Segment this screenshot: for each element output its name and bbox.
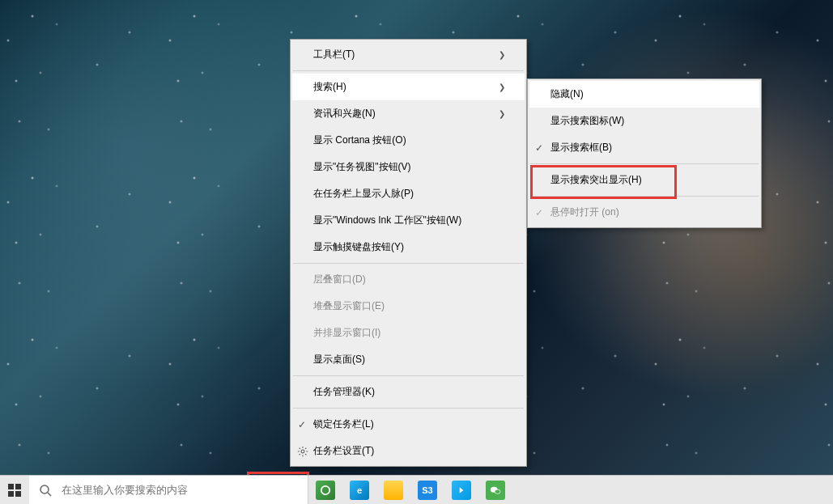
svg-point-0	[301, 450, 304, 453]
menu-side-by-side: 并排显示窗口(I)	[292, 320, 525, 346]
menu-taskbar-settings[interactable]: 任务栏设置(T)	[292, 438, 525, 464]
svg-rect-2	[15, 484, 21, 489]
menu-label: 显示搜索图标(W)	[550, 114, 740, 128]
submenu-hover-open: ✓ 悬停时打开 (on)	[529, 199, 759, 226]
folder-icon	[384, 481, 403, 500]
start-button[interactable]	[0, 476, 29, 504]
taskbar: e S3	[0, 475, 833, 504]
menu-separator	[530, 196, 759, 197]
menu-toolbars[interactable]: 工具栏(T) ❯	[292, 41, 525, 68]
menu-label: 显示"任务视图"按钮(V)	[313, 160, 505, 174]
submenu-show-search-box[interactable]: ✓ 显示搜索框(B)	[529, 134, 759, 161]
menu-label: 资讯和兴趣(N)	[313, 107, 499, 121]
search-input[interactable]	[62, 484, 298, 496]
menu-label: 显示搜索突出显示(H)	[550, 173, 740, 187]
menu-stack-windows: 堆叠显示窗口(E)	[292, 293, 525, 320]
menu-label: 任务栏设置(T)	[313, 444, 505, 458]
svg-line-6	[48, 493, 51, 496]
submenu-show-search-highlight[interactable]: 显示搜索突出显示(H)	[529, 167, 759, 193]
menu-task-manager[interactable]: 任务管理器(K)	[292, 379, 525, 405]
svg-point-5	[40, 485, 49, 493]
search-icon	[39, 484, 52, 497]
wechat-icon	[486, 481, 505, 500]
taskbar-app-360browser[interactable]	[308, 476, 342, 505]
menu-show-desktop[interactable]: 显示桌面(S)	[292, 346, 525, 373]
submenu-hidden[interactable]: 隐藏(N)	[529, 81, 759, 108]
windows-logo-icon	[8, 484, 21, 497]
menu-cortana-button[interactable]: 显示 Cortana 按钮(O)	[292, 127, 525, 154]
app-icon: e	[350, 481, 369, 500]
menu-lock-taskbar[interactable]: ✓ 锁定任务栏(L)	[292, 411, 525, 438]
menu-windows-ink[interactable]: 显示"Windows Ink 工作区"按钮(W)	[292, 207, 525, 234]
chevron-right-icon: ❯	[499, 109, 505, 118]
menu-label: 显示 Cortana 按钮(O)	[313, 133, 505, 147]
check-icon: ✓	[535, 207, 543, 218]
menu-label: 工具栏(T)	[313, 48, 499, 61]
menu-label: 隐藏(N)	[550, 87, 740, 101]
taskbar-app-tencent[interactable]	[444, 476, 478, 505]
menu-label: 悬停时打开 (on)	[550, 205, 740, 219]
chevron-right-icon: ❯	[499, 50, 505, 59]
menu-label: 任务管理器(K)	[313, 385, 505, 399]
check-icon: ✓	[535, 142, 543, 154]
menu-separator	[293, 375, 524, 376]
menu-people[interactable]: 在任务栏上显示人脉(P)	[292, 180, 525, 207]
menu-label: 显示触摸键盘按钮(Y)	[313, 240, 505, 254]
menu-label: 在任务栏上显示人脉(P)	[313, 187, 505, 201]
app-icon: S3	[418, 481, 437, 500]
menu-touch-keyboard[interactable]: 显示触摸键盘按钮(Y)	[292, 234, 525, 260]
menu-separator	[293, 408, 524, 409]
menu-label: 锁定任务栏(L)	[313, 417, 505, 431]
taskbar-app-wechat[interactable]	[478, 476, 512, 505]
taskbar-app-s3[interactable]: S3	[410, 476, 444, 505]
taskbar-app-file-explorer[interactable]	[376, 476, 410, 505]
menu-separator	[293, 70, 524, 71]
menu-label: 堆叠显示窗口(E)	[313, 299, 505, 313]
svg-rect-1	[8, 484, 14, 489]
svg-point-9	[495, 489, 500, 493]
check-icon: ✓	[298, 419, 306, 430]
menu-label: 显示桌面(S)	[313, 353, 505, 366]
menu-news-interests[interactable]: 资讯和兴趣(N) ❯	[292, 100, 525, 127]
svg-point-7	[321, 485, 330, 494]
taskbar-app-edge[interactable]: e	[342, 476, 376, 505]
app-icon	[316, 481, 335, 500]
gear-icon	[297, 446, 308, 457]
taskbar-search-box[interactable]	[29, 476, 308, 504]
chevron-right-icon: ❯	[499, 83, 505, 91]
menu-search[interactable]: 搜索(H) ❯	[292, 74, 525, 100]
menu-label: 层叠窗口(D)	[313, 273, 505, 286]
svg-rect-3	[8, 491, 14, 497]
app-icon	[452, 481, 471, 500]
taskbar-context-menu: 工具栏(T) ❯ 搜索(H) ❯ 资讯和兴趣(N) ❯ 显示 Cortana 按…	[290, 39, 527, 467]
svg-rect-4	[15, 491, 21, 497]
menu-separator	[530, 163, 759, 164]
menu-label: 搜索(H)	[313, 80, 499, 94]
taskbar-pinned-apps: e S3	[308, 476, 512, 504]
submenu-show-search-icon[interactable]: 显示搜索图标(W)	[529, 108, 759, 134]
menu-taskview-button[interactable]: 显示"任务视图"按钮(V)	[292, 154, 525, 180]
menu-label: 显示"Windows Ink 工作区"按钮(W)	[313, 214, 505, 227]
menu-label: 并排显示窗口(I)	[313, 326, 505, 340]
menu-separator	[293, 263, 524, 264]
menu-cascade-windows: 层叠窗口(D)	[292, 266, 525, 293]
menu-label: 显示搜索框(B)	[550, 141, 740, 155]
search-submenu: 隐藏(N) 显示搜索图标(W) ✓ 显示搜索框(B) 显示搜索突出显示(H) ✓…	[527, 78, 762, 228]
